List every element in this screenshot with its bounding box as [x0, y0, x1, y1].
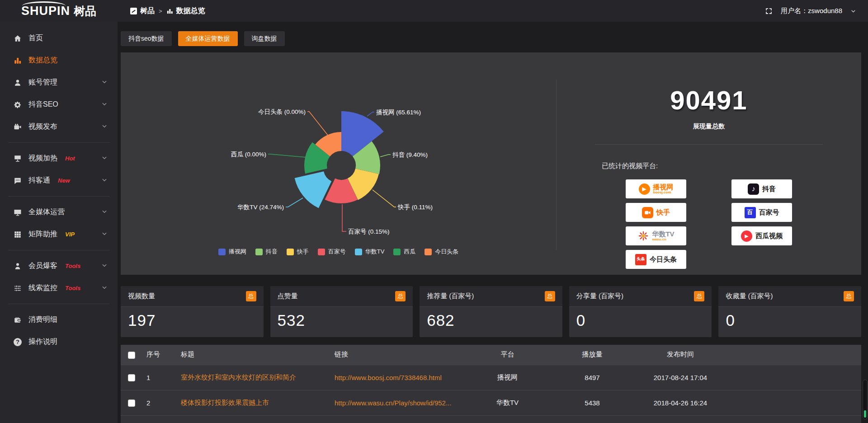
videos-table: 序号标题链接平台播放量发布时间 1 室外水纹灯和室内水纹灯的区别和简介 http…	[121, 345, 861, 423]
stat-card-label: 推荐量 (百家号)	[427, 292, 474, 301]
breadcrumb-home[interactable]: 树品	[130, 6, 155, 16]
legend-label: 抖音	[266, 248, 278, 256]
pie-label-播视网: 播视网 (65.61%)	[376, 109, 421, 116]
pie-label-line	[286, 198, 303, 207]
cell-seq: 2	[142, 390, 176, 415]
total-badge[interactable]: 总	[246, 291, 256, 301]
legend-label: 西瓜	[404, 248, 415, 256]
table-row-partial	[121, 415, 861, 423]
cell-link[interactable]: http://www.wasu.cn/Play/show/id/952...	[330, 390, 466, 415]
sidebar-item-label: 数据总览	[28, 56, 57, 65]
filter-icon	[14, 284, 22, 292]
sidebar-item-矩阵助推[interactable]: 矩阵助推VIP	[0, 223, 118, 245]
pie-label-今日头条: 今日头条 (0.00%)	[258, 108, 306, 115]
sidebar-item-会员爆客[interactable]: 会员爆客Tools	[0, 255, 118, 277]
sidebar-item-视频加热[interactable]: 视频加热Hot	[0, 147, 118, 169]
platform-name: 快手	[656, 209, 670, 216]
tab-全媒体运营数据[interactable]: 全媒体运营数据	[178, 31, 238, 46]
pie-label-line	[373, 190, 396, 207]
column-header-播放量: 播放量	[549, 345, 635, 365]
tab-询盘数据[interactable]: 询盘数据	[244, 31, 285, 46]
total-badge[interactable]: 总	[395, 291, 406, 301]
total-impressions-value: 90491	[557, 85, 861, 115]
chevron-down-icon	[101, 284, 108, 292]
legend-item-华数TV[interactable]: 华数TV	[355, 248, 385, 256]
platform-name: 抖音	[762, 185, 776, 193]
summary-panel: 90491 展现量总数 已统计的视频平台: ▶ 播视网boosj.com 快手 …	[557, 52, 861, 275]
platform-name: 百家号	[759, 209, 779, 216]
fullscreen-icon[interactable]	[765, 7, 773, 15]
row-checkbox[interactable]	[128, 400, 135, 407]
legend-item-快手[interactable]: 快手	[287, 248, 309, 256]
rose-pie-chart[interactable]: 播视网 (65.61%)抖音 (9.40%)快手 (0.11%)百家号 (0.1…	[121, 52, 556, 269]
cell-title[interactable]: 室外水纹灯和室内水纹灯的区别和简介	[176, 365, 330, 390]
total-badge[interactable]: 总	[545, 291, 555, 301]
cell-title[interactable]: 楼体投影灯投影效果震撼上市	[176, 390, 330, 415]
sidebar-item-视频发布[interactable]: 视频发布	[0, 116, 118, 138]
column-header-标题: 标题	[176, 345, 330, 365]
breadcrumb-current[interactable]: 数据总览	[166, 6, 205, 16]
chevron-down-icon	[101, 177, 108, 185]
cell-platform: 播视网	[466, 365, 549, 390]
sidebar-item-全媒体运营[interactable]: 全媒体运营	[0, 201, 118, 223]
legend-item-今日头条[interactable]: 今日头条	[425, 248, 458, 256]
sidebar-item-抖音SEO[interactable]: 抖音SEO	[0, 94, 118, 116]
legend-swatch	[425, 249, 432, 255]
bar-chart-icon	[166, 8, 173, 14]
pie-slice-华数TV[interactable]	[295, 171, 332, 208]
cell-platform: 华数TV	[466, 390, 549, 415]
row-checkbox[interactable]	[128, 374, 135, 381]
total-badge[interactable]: 总	[844, 291, 854, 301]
member-icon	[14, 262, 22, 270]
page-scrollbar[interactable]	[863, 380, 868, 419]
tab-抖音seo数据[interactable]: 抖音seo数据	[121, 31, 172, 46]
chart-icon	[14, 56, 22, 65]
sidebar-item-线索监控[interactable]: 线索监控Tools	[0, 277, 118, 299]
cell-link[interactable]: http://www.boosj.com/7338468.html	[330, 365, 466, 390]
chevron-down-icon[interactable]	[850, 8, 856, 14]
legend-item-播视网[interactable]: 播视网	[218, 248, 246, 256]
app-logo[interactable]: SHUPIN 树品	[0, 0, 118, 22]
sidebar-item-label: 首页	[28, 33, 43, 43]
legend-item-百家号[interactable]: 百家号	[318, 248, 346, 256]
cell-time: 2017-08-24 17:04	[635, 365, 726, 390]
sidebar-item-操作说明[interactable]: ?操作说明	[0, 331, 118, 353]
total-badge[interactable]: 总	[694, 291, 704, 301]
user-icon	[14, 79, 22, 87]
platform-name: 今日头条	[650, 256, 677, 263]
pie-label-百家号: 百家号 (0.15%)	[348, 228, 390, 235]
scrollbar-thumb[interactable]	[864, 410, 866, 418]
pie-label-华数TV: 华数TV (24.74%)	[237, 204, 284, 211]
sidebar-item-首页[interactable]: 首页	[0, 27, 118, 49]
pie-label-line	[307, 112, 328, 135]
select-all-checkbox[interactable]	[128, 352, 135, 359]
data-tabs: 抖音seo数据全媒体运营数据询盘数据	[121, 31, 861, 46]
sidebar-item-数据总览[interactable]: 数据总览	[0, 49, 118, 71]
username-label[interactable]: 用户名：zswodun88	[781, 7, 842, 15]
sidebar-item-tag: Tools	[65, 285, 80, 291]
legend-swatch	[287, 249, 294, 255]
sidebar-item-账号管理[interactable]: 账号管理	[0, 71, 118, 94]
table-row: 1 室外水纹灯和室内水纹灯的区别和简介 http://www.boosj.com…	[121, 365, 861, 390]
sidebar-item-抖客通[interactable]: 抖客通New	[0, 169, 118, 192]
sidebar-divider	[8, 196, 109, 197]
platforms-section-label: 已统计的视频平台:	[602, 162, 861, 170]
chart-legend: 播视网抖音快手百家号华数TV西瓜今日头条	[121, 248, 556, 256]
top-bar: SHUPIN 树品 树品 > 数据总览 用户名：zswodun88	[0, 0, 868, 22]
sidebar-item-tag: New	[58, 177, 70, 184]
platform-badge-快手: 快手	[626, 203, 686, 222]
chevron-down-icon	[101, 208, 108, 216]
sidebar-item-消费明细[interactable]: 消费明细	[0, 309, 118, 331]
stat-card-视频数量: 视频数量 总 197	[121, 286, 264, 337]
platform-name: 华数TVwasu.cn	[652, 230, 674, 242]
stat-card-value: 0	[569, 307, 712, 329]
wallet-icon	[14, 316, 22, 324]
legend-item-西瓜[interactable]: 西瓜	[393, 248, 415, 256]
monitor-icon	[14, 208, 22, 216]
sidebar-item-tag: Tools	[65, 263, 80, 269]
legend-item-抖音[interactable]: 抖音	[255, 248, 278, 256]
cell-plays: 8497	[549, 365, 635, 390]
stat-card-label: 分享量 (百家号)	[576, 292, 623, 301]
chevron-down-icon	[101, 123, 108, 131]
platform-badge-今日头条: 头条 今日头条	[626, 250, 686, 269]
